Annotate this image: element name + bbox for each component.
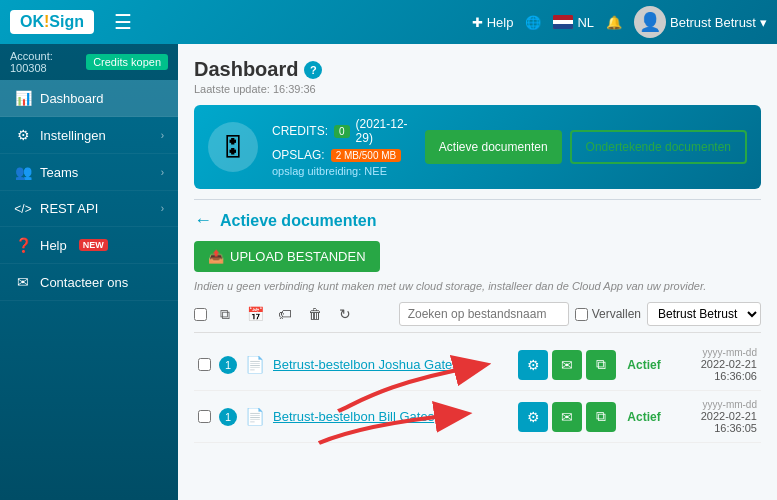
calendar-icon[interactable]: 📅 xyxy=(243,302,267,326)
back-arrow-icon[interactable]: ← xyxy=(194,210,212,231)
doc-link-1[interactable]: Betrust-bestelbon Joshua Gates xyxy=(273,357,510,372)
sidebar-item-label: Contacteer ons xyxy=(40,275,128,290)
contact-icon: ✉ xyxy=(14,274,32,290)
doc-link-2[interactable]: Betrust-bestelbon Bill Gates xyxy=(273,409,510,424)
globe-icon[interactable]: 🌐 xyxy=(525,15,541,30)
help-circle-icon[interactable]: ? xyxy=(304,61,322,79)
search-input[interactable] xyxy=(399,302,569,326)
sidebar-item-label: REST API xyxy=(40,201,98,216)
refresh-icon[interactable]: ↻ xyxy=(333,302,357,326)
status-badge-2: Actief xyxy=(624,410,664,424)
credits-label: CREDITS: xyxy=(272,124,328,138)
actieve-documenten-button[interactable]: Actieve documenten xyxy=(425,130,562,164)
teams-icon: 👥 xyxy=(14,164,32,180)
stats-buttons: Actieve documenten Ondertekende document… xyxy=(425,130,747,164)
upload-button[interactable]: 📤 UPLOAD BESTANDEN xyxy=(194,241,380,272)
copy-action-2[interactable]: ⧉ xyxy=(586,402,616,432)
stats-info: CREDITS: 0 (2021-12-29) OPSLAG: 2 MB/500… xyxy=(272,117,411,177)
documents-container: 1 📄 Betrust-bestelbon Joshua Gates ⚙ ✉ ⧉… xyxy=(194,339,761,443)
select-all-checkbox[interactable] xyxy=(194,308,207,321)
header-right: ✚ Help 🌐 NL 🔔 👤 Betrust Betrust ▾ xyxy=(472,6,767,38)
avatar: 👤 xyxy=(634,6,666,38)
vervallen-label: Vervallen xyxy=(575,307,641,321)
date-value-1: 2022-02-21 xyxy=(672,358,757,370)
help-link[interactable]: ✚ Help xyxy=(472,15,514,30)
pdf-icon-1: 📄 xyxy=(245,355,265,374)
content-inner: Dashboard ? Laatste update: 16:39:36 🎛 C… xyxy=(178,44,777,457)
sidebar-item-contact[interactable]: ✉ Contacteer ons xyxy=(0,264,178,301)
sidebar: Account: 100308 Credits kopen 📊 Dashboar… xyxy=(0,44,178,500)
sidebar-item-help[interactable]: ❓ Help NEW xyxy=(0,227,178,264)
table-row: 1 📄 Betrust-bestelbon Joshua Gates ⚙ ✉ ⧉… xyxy=(194,339,761,391)
settings-action-1[interactable]: ⚙ xyxy=(518,350,548,380)
time-value-2: 16:36:05 xyxy=(672,422,757,434)
sidebar-item-dashboard[interactable]: 📊 Dashboard xyxy=(0,80,178,117)
divider xyxy=(194,199,761,200)
account-label: Account: 100308 xyxy=(10,50,80,74)
copy-icon[interactable]: ⧉ xyxy=(213,302,237,326)
help-icon: ❓ xyxy=(14,237,32,253)
content-area: Dashboard ? Laatste update: 16:39:36 🎛 C… xyxy=(178,44,777,500)
credits-value: 0 xyxy=(334,125,350,138)
table-row: 1 📄 Betrust-bestelbon Bill Gates ⚙ ✉ ⧉ A… xyxy=(194,391,761,443)
vervallen-checkbox[interactable] xyxy=(575,308,588,321)
doc-checkbox-1[interactable] xyxy=(198,358,211,371)
user-select[interactable]: Betrust Betrust xyxy=(647,302,761,326)
chevron-right-icon: › xyxy=(161,203,164,214)
nl-flag xyxy=(553,15,573,29)
credits-row: CREDITS: 0 (2021-12-29) xyxy=(272,117,411,145)
opslag-label: OPSLAG: xyxy=(272,148,325,162)
api-icon: </> xyxy=(14,202,32,216)
opslag-uitbreiding: opslag uitbreiding: NEE xyxy=(272,165,411,177)
stats-card: 🎛 CREDITS: 0 (2021-12-29) OPSLAG: 2 MB/5… xyxy=(194,105,761,189)
chevron-right-icon: › xyxy=(161,167,164,178)
time-value-1: 16:36:06 xyxy=(672,370,757,382)
credits-date: (2021-12-29) xyxy=(356,117,411,145)
ondertekende-documenten-button[interactable]: Ondertekende documenten xyxy=(570,130,747,164)
doc-date-2: yyyy-mm-dd 2022-02-21 16:36:05 xyxy=(672,399,757,434)
settings-icon: ⚙ xyxy=(14,127,32,143)
notifications-icon[interactable]: 🔔 xyxy=(606,15,622,30)
email-action-2[interactable]: ✉ xyxy=(552,402,582,432)
email-action-1[interactable]: ✉ xyxy=(552,350,582,380)
copy-action-1[interactable]: ⧉ xyxy=(586,350,616,380)
sidebar-item-label: Dashboard xyxy=(40,91,104,106)
doc-actions-2: ⚙ ✉ ⧉ xyxy=(518,402,616,432)
chevron-down-icon: ▾ xyxy=(760,15,767,30)
plus-icon: ✚ xyxy=(472,15,483,30)
upload-note: Indien u geen verbinding kunt maken met … xyxy=(194,280,761,292)
credits-button[interactable]: Credits kopen xyxy=(86,54,168,70)
tag-icon[interactable]: 🏷 xyxy=(273,302,297,326)
actieve-title: Actieve documenten xyxy=(220,212,376,230)
lang-flag[interactable]: NL xyxy=(553,15,594,30)
dashboard-gauge-icon: 🎛 xyxy=(208,122,258,172)
doc-badge-2: 1 xyxy=(219,408,237,426)
doc-date-1: yyyy-mm-dd 2022-02-21 16:36:06 xyxy=(672,347,757,382)
sidebar-item-teams[interactable]: 👥 Teams › xyxy=(0,154,178,191)
chevron-right-icon: › xyxy=(161,130,164,141)
main-layout: Account: 100308 Credits kopen 📊 Dashboar… xyxy=(0,44,777,500)
logo[interactable]: OK!Sign xyxy=(10,10,94,34)
sidebar-item-label: Help xyxy=(40,238,67,253)
opslag-value: 2 MB/500 MB xyxy=(331,149,402,162)
sidebar-item-rest-api[interactable]: </> REST API › xyxy=(0,191,178,227)
hamburger-menu[interactable]: ☰ xyxy=(104,10,142,34)
sidebar-item-instellingen[interactable]: ⚙ Instellingen › xyxy=(0,117,178,154)
last-update: Laatste update: 16:39:36 xyxy=(194,83,761,95)
delete-icon[interactable]: 🗑 xyxy=(303,302,327,326)
user-menu[interactable]: 👤 Betrust Betrust ▾ xyxy=(634,6,767,38)
date-format-1: yyyy-mm-dd xyxy=(672,347,757,358)
doc-actions-1: ⚙ ✉ ⧉ xyxy=(518,350,616,380)
doc-checkbox-2[interactable] xyxy=(198,410,211,423)
dashboard-title: Dashboard ? xyxy=(194,58,761,81)
status-badge-1: Actief xyxy=(624,358,664,372)
date-value-2: 2022-02-21 xyxy=(672,410,757,422)
account-bar: Account: 100308 Credits kopen xyxy=(0,44,178,80)
settings-action-2[interactable]: ⚙ xyxy=(518,402,548,432)
dashboard-icon: 📊 xyxy=(14,90,32,106)
pdf-icon-2: 📄 xyxy=(245,407,265,426)
doc-badge-1: 1 xyxy=(219,356,237,374)
actieve-header: ← Actieve documenten xyxy=(194,210,761,231)
new-badge: NEW xyxy=(79,239,108,251)
sidebar-item-label: Teams xyxy=(40,165,78,180)
